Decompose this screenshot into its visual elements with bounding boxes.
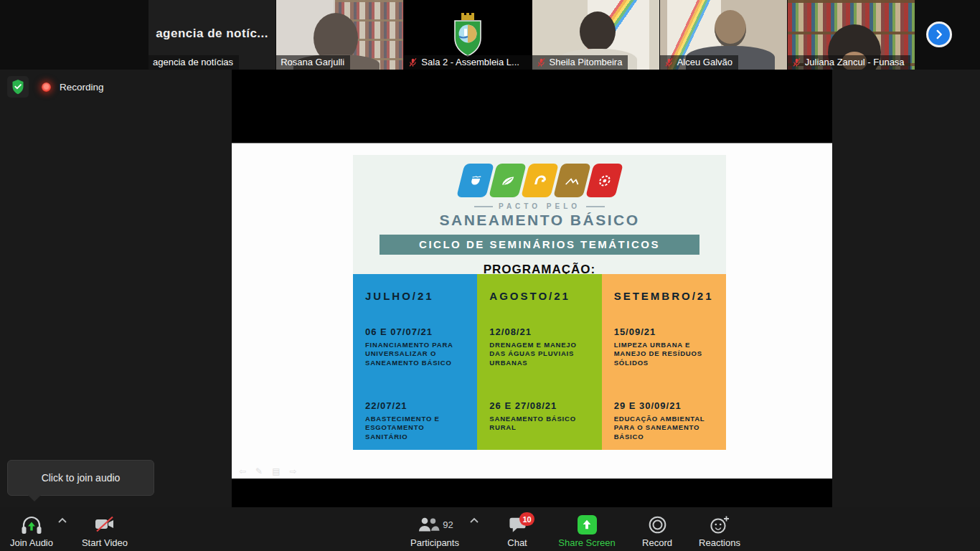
logo-tile-faucet-icon [521,164,559,197]
dash-decoration [586,206,605,207]
logo-block: PACTO PELO SANEAMENTO BÁSICO CICLO DE SE… [353,155,726,274]
event-title: ABASTECIMENTO E ESGOTAMENTO SANITÁRIO [365,415,468,441]
participant-name-label: agencia de notícias [153,57,233,67]
event: 22/07/21 ABASTECIMENTO E ESGOTAMENTO SAN… [365,400,468,441]
reactions-icon [710,515,730,534]
participant-name-label: Juliana Zancul - Funasa [805,57,905,67]
join-audio-tooltip: Click to join audio [7,460,154,496]
mic-muted-icon [408,57,418,67]
participants-label: Participants [410,537,459,548]
month-label: JULHO/21 [365,290,468,302]
headphones-icon [20,514,43,535]
column-setembro: SETEMBRO/21 15/09/21 LIMPEZA URBANA E MA… [602,274,726,450]
slide-overview-icon[interactable]: ▤ [272,466,280,476]
video-strip: agencia de notíc... agencia de notícias … [149,0,915,70]
event: 12/08/21 DRENAGEM E MANEJO DAS ÁGUAS PLU… [489,326,593,367]
start-video-label: Start Video [82,537,128,548]
next-slide-icon[interactable]: ⇨ [289,466,296,476]
event-date: 15/09/21 [614,326,717,337]
logo-tile-leaf-icon [489,164,527,197]
share-screen-button[interactable]: Share Screen [555,511,618,548]
recording-dot-icon [42,83,51,92]
tooltip-text: Click to join audio [42,472,121,484]
event-title: FINANCIAMENTO PARA UNIVERSALIZAR O SANEA… [365,341,468,367]
nameplate: agencia de notícias [149,55,239,70]
chevron-right-icon [931,27,947,42]
share-screen-icon [578,515,597,534]
participants-icon [416,516,440,533]
next-page-button[interactable] [926,22,952,47]
participant-name-label: Sheila Pitombeira [550,57,623,67]
start-video-button[interactable]: Start Video [75,511,134,548]
column-julho: JULHO/21 06 E 07/07/21 FINANCIAMENTO PAR… [353,274,477,450]
recording-indicator: Recording [7,76,104,98]
participant-name-label: Rosana Garjulli [281,57,344,67]
pen-tool-icon[interactable]: ✎ [255,466,263,476]
participant-name-label: Sala 2 - Assembleia L... [421,57,519,67]
share-screen-label: Share Screen [558,537,616,548]
participant-tile-agencia[interactable]: agencia de notíc... agencia de notícias [149,0,275,70]
event-date: 22/07/21 [365,400,468,411]
participants-button[interactable]: 92 Participants [406,511,463,548]
prev-slide-icon[interactable]: ⇦ [239,466,246,476]
logo-tile-mountain-icon [553,164,591,197]
security-shield-icon[interactable] [7,76,29,98]
mic-muted-icon [664,57,674,67]
nameplate: Juliana Zancul - Funasa [788,55,910,70]
event: 15/09/21 LIMPEZA URBANA E MANEJO DE RESÍ… [614,326,717,367]
bottom-toolbar: Join Audio Start Video 92 Participants [0,507,980,551]
month-label: SETEMBRO/21 [614,290,717,302]
event-title: LIMPEZA URBANA E MANEJO DE RESÍDUOS SÓLI… [614,341,717,367]
audio-options-chevron-up-icon[interactable] [57,517,67,524]
camera-off-icon [94,515,116,534]
event: 26 E 27/08/21 SANEAMENTO BÁSICO RURAL [489,400,593,433]
record-button[interactable]: Record [633,511,682,548]
month-label: AGOSTO/21 [489,290,593,302]
reactions-button[interactable]: Reactions [692,511,748,548]
participant-tile-sheila[interactable]: Sheila Pitombeira [532,0,659,70]
logo-tile-water-icon [456,164,494,197]
participants-options-chevron-up-icon[interactable] [469,517,479,524]
event: 06 E 07/07/21 FINANCIAMENTO PARA UNIVERS… [365,326,468,367]
join-audio-label: Join Audio [10,537,53,548]
chat-unread-badge: 10 [519,512,534,526]
event-date: 12/08/21 [489,326,593,337]
participant-tile-juliana[interactable]: Juliana Zancul - Funasa [788,0,915,70]
participant-tile-sala2[interactable]: Sala 2 - Assembleia L... [404,0,531,70]
participant-display-name: agencia de notíc... [149,27,275,41]
event: 29 E 30/09/21 EDUCAÇÃO AMBIENTAL PARA O … [614,400,717,441]
dash-decoration [474,206,493,207]
event-title: DRENAGEM E MANEJO DAS ÁGUAS PLUVIAIS URB… [489,341,593,367]
presentation-slide: PACTO PELO SANEAMENTO BÁSICO CICLO DE SE… [232,143,832,479]
reactions-label: Reactions [699,537,740,548]
recording-label: Recording [60,82,104,93]
nameplate: Rosana Garjulli [276,55,350,70]
event-date: 29 E 30/09/21 [614,400,717,411]
presenter-controls: ⇦ ✎ ▤ ⇨ [239,466,297,476]
participant-tile-rosana[interactable]: Rosana Garjulli [276,0,403,70]
nameplate: Sheila Pitombeira [532,55,628,70]
mic-muted-icon [792,57,801,67]
chat-button[interactable]: Chat 10 [496,511,538,548]
logo-title: SANEAMENTO BÁSICO [353,212,726,229]
participants-count: 92 [443,519,453,530]
coat-of-arms-icon [451,12,484,58]
logo-subtitle: PACTO PELO [353,202,726,210]
participant-tile-alceu[interactable]: Alceu Galvão [660,0,787,70]
column-agosto: AGOSTO/21 12/08/21 DRENAGEM E MANEJO DAS… [477,274,601,450]
mic-muted-icon [537,57,546,67]
nameplate: Sala 2 - Assembleia L... [404,55,531,70]
logo [353,164,726,198]
participant-name-label: Alceu Galvão [677,57,732,67]
event-date: 26 E 27/08/21 [489,400,593,411]
logo-tile-wheel-icon [585,164,623,197]
event-date: 06 E 07/07/21 [365,326,468,337]
shared-screen-area: PACTO PELO SANEAMENTO BÁSICO CICLO DE SE… [232,70,832,507]
record-label: Record [642,537,672,548]
nameplate: Alceu Galvão [660,55,738,70]
event-title: EDUCAÇÃO AMBIENTAL PARA O SANEAMENTO BÁS… [614,415,717,441]
record-icon [648,515,667,534]
join-audio-button[interactable]: Join Audio [6,511,57,548]
logo-top-text: PACTO PELO [499,202,580,210]
event-title: SANEAMENTO BÁSICO RURAL [489,415,593,433]
